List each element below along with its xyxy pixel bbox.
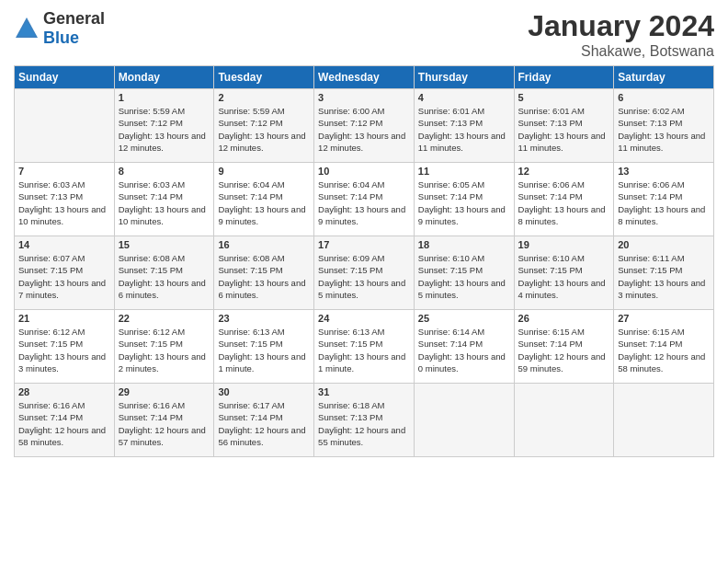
calendar-cell xyxy=(514,384,614,457)
sunset: Sunset: 7:15 PM xyxy=(518,265,583,275)
calendar-cell: 28 Sunrise: 6:16 AM Sunset: 7:14 PM Dayl… xyxy=(15,384,115,457)
calendar-cell: 9 Sunrise: 6:04 AM Sunset: 7:14 PM Dayli… xyxy=(214,163,314,236)
calendar-cell: 18 Sunrise: 6:10 AM Sunset: 7:15 PM Dayl… xyxy=(414,236,514,310)
sunrise: Sunrise: 6:03 AM xyxy=(18,179,85,190)
day-number: 30 xyxy=(218,386,310,397)
day-info: Sunrise: 5:59 AM Sunset: 7:12 PM Dayligh… xyxy=(119,105,210,154)
calendar-cell: 27 Sunrise: 6:15 AM Sunset: 7:14 PM Dayl… xyxy=(614,310,714,384)
calendar-cell: 16 Sunrise: 6:08 AM Sunset: 7:15 PM Dayl… xyxy=(214,236,314,310)
daylight: Daylight: 13 hours and 6 minutes. xyxy=(218,278,305,300)
calendar-cell: 11 Sunrise: 6:05 AM Sunset: 7:14 PM Dayl… xyxy=(414,163,514,236)
sunrise: Sunrise: 6:04 AM xyxy=(218,179,284,190)
day-info: Sunrise: 6:13 AM Sunset: 7:15 PM Dayligh… xyxy=(218,326,310,374)
sunrise: Sunrise: 6:01 AM xyxy=(518,106,585,116)
day-number: 16 xyxy=(218,239,310,250)
header: General Blue January 2024 Shakawe, Botsw… xyxy=(14,9,714,60)
day-info: Sunrise: 6:08 AM Sunset: 7:15 PM Dayligh… xyxy=(119,252,210,301)
header-day-monday: Monday xyxy=(114,66,214,89)
day-number: 18 xyxy=(418,239,510,250)
day-number: 27 xyxy=(618,313,710,324)
sunset: Sunset: 7:15 PM xyxy=(218,265,282,275)
sunset: Sunset: 7:13 PM xyxy=(18,191,83,201)
header-day-wednesday: Wednesday xyxy=(314,66,415,89)
daylight: Daylight: 13 hours and 12 minutes. xyxy=(218,131,305,153)
calendar-cell: 29 Sunrise: 6:16 AM Sunset: 7:14 PM Dayl… xyxy=(114,384,214,457)
day-info: Sunrise: 6:18 AM Sunset: 7:13 PM Dayligh… xyxy=(318,399,410,448)
day-info: Sunrise: 6:07 AM Sunset: 7:15 PM Dayligh… xyxy=(18,252,110,301)
sunrise: Sunrise: 6:13 AM xyxy=(318,327,384,337)
day-info: Sunrise: 6:10 AM Sunset: 7:15 PM Dayligh… xyxy=(418,252,510,301)
day-number: 13 xyxy=(618,166,710,177)
sunrise: Sunrise: 6:06 AM xyxy=(618,179,684,190)
sunset: Sunset: 7:14 PM xyxy=(518,339,583,349)
day-info: Sunrise: 6:04 AM Sunset: 7:14 PM Dayligh… xyxy=(218,178,310,227)
daylight: Daylight: 13 hours and 7 minutes. xyxy=(18,278,106,300)
day-number: 11 xyxy=(418,166,510,177)
sunrise: Sunrise: 6:08 AM xyxy=(119,253,185,263)
calendar-cell xyxy=(614,384,714,457)
header-day-thursday: Thursday xyxy=(414,66,514,89)
calendar-cell: 25 Sunrise: 6:14 AM Sunset: 7:14 PM Dayl… xyxy=(414,310,514,384)
sunrise: Sunrise: 6:01 AM xyxy=(418,106,484,116)
sunset: Sunset: 7:15 PM xyxy=(218,339,282,349)
day-number: 17 xyxy=(318,239,410,250)
day-info: Sunrise: 6:12 AM Sunset: 7:15 PM Dayligh… xyxy=(18,326,110,374)
day-number: 28 xyxy=(18,386,110,397)
daylight: Daylight: 12 hours and 56 minutes. xyxy=(218,425,305,447)
sunrise: Sunrise: 6:02 AM xyxy=(618,106,684,116)
daylight: Daylight: 12 hours and 57 minutes. xyxy=(119,425,206,447)
sunset: Sunset: 7:15 PM xyxy=(318,265,382,275)
day-number: 25 xyxy=(418,313,510,324)
sunrise: Sunrise: 6:18 AM xyxy=(318,400,384,410)
daylight: Daylight: 12 hours and 59 minutes. xyxy=(518,351,606,373)
calendar-cell: 12 Sunrise: 6:06 AM Sunset: 7:14 PM Dayl… xyxy=(514,163,614,236)
calendar-cell: 13 Sunrise: 6:06 AM Sunset: 7:14 PM Dayl… xyxy=(614,163,714,236)
sunset: Sunset: 7:15 PM xyxy=(18,339,83,349)
day-info: Sunrise: 6:05 AM Sunset: 7:14 PM Dayligh… xyxy=(418,178,510,227)
sunset: Sunset: 7:14 PM xyxy=(518,191,583,201)
calendar-cell: 3 Sunrise: 6:00 AM Sunset: 7:12 PM Dayli… xyxy=(314,89,415,163)
sunrise: Sunrise: 6:17 AM xyxy=(218,400,284,410)
sunset: Sunset: 7:12 PM xyxy=(119,118,183,128)
daylight: Daylight: 13 hours and 10 minutes. xyxy=(119,204,206,226)
calendar-cell: 8 Sunrise: 6:03 AM Sunset: 7:14 PM Dayli… xyxy=(114,163,214,236)
calendar-week-4: 21 Sunrise: 6:12 AM Sunset: 7:15 PM Dayl… xyxy=(15,310,714,384)
daylight: Daylight: 13 hours and 8 minutes. xyxy=(518,204,606,226)
daylight: Daylight: 13 hours and 2 minutes. xyxy=(119,351,206,373)
daylight: Daylight: 13 hours and 11 minutes. xyxy=(618,131,705,153)
daylight: Daylight: 13 hours and 11 minutes. xyxy=(418,131,506,153)
logo-general: General xyxy=(43,9,105,28)
day-number: 21 xyxy=(18,313,110,324)
day-number: 20 xyxy=(618,239,710,250)
calendar-cell: 2 Sunrise: 5:59 AM Sunset: 7:12 PM Dayli… xyxy=(214,89,314,163)
daylight: Daylight: 13 hours and 4 minutes. xyxy=(518,278,606,300)
daylight: Daylight: 13 hours and 10 minutes. xyxy=(18,204,106,226)
day-number: 6 xyxy=(618,92,710,103)
day-number: 15 xyxy=(119,239,210,250)
sunset: Sunset: 7:14 PM xyxy=(618,191,682,201)
daylight: Daylight: 13 hours and 12 minutes. xyxy=(318,131,405,153)
calendar-cell: 7 Sunrise: 6:03 AM Sunset: 7:13 PM Dayli… xyxy=(15,163,115,236)
sunset: Sunset: 7:14 PM xyxy=(119,191,183,201)
sunset: Sunset: 7:15 PM xyxy=(119,339,183,349)
daylight: Daylight: 13 hours and 9 minutes. xyxy=(418,204,506,226)
daylight: Daylight: 13 hours and 1 minute. xyxy=(218,351,305,373)
logo-icon xyxy=(14,16,40,41)
sunset: Sunset: 7:13 PM xyxy=(518,118,583,128)
day-info: Sunrise: 6:13 AM Sunset: 7:15 PM Dayligh… xyxy=(318,326,410,374)
day-info: Sunrise: 6:15 AM Sunset: 7:14 PM Dayligh… xyxy=(618,326,710,374)
day-info: Sunrise: 6:06 AM Sunset: 7:14 PM Dayligh… xyxy=(518,178,610,227)
daylight: Daylight: 12 hours and 58 minutes. xyxy=(18,425,106,447)
daylight: Daylight: 13 hours and 11 minutes. xyxy=(518,131,606,153)
day-number: 31 xyxy=(318,386,410,397)
day-info: Sunrise: 6:10 AM Sunset: 7:15 PM Dayligh… xyxy=(518,252,610,301)
sunset: Sunset: 7:15 PM xyxy=(618,265,682,275)
sunrise: Sunrise: 6:05 AM xyxy=(418,179,484,190)
daylight: Daylight: 13 hours and 8 minutes. xyxy=(618,204,705,226)
calendar-cell: 19 Sunrise: 6:10 AM Sunset: 7:15 PM Dayl… xyxy=(514,236,614,310)
daylight: Daylight: 13 hours and 9 minutes. xyxy=(218,204,305,226)
sunrise: Sunrise: 6:16 AM xyxy=(18,400,85,410)
calendar-cell: 21 Sunrise: 6:12 AM Sunset: 7:15 PM Dayl… xyxy=(15,310,115,384)
sunrise: Sunrise: 6:16 AM xyxy=(119,400,185,410)
calendar-cell: 14 Sunrise: 6:07 AM Sunset: 7:15 PM Dayl… xyxy=(15,236,115,310)
